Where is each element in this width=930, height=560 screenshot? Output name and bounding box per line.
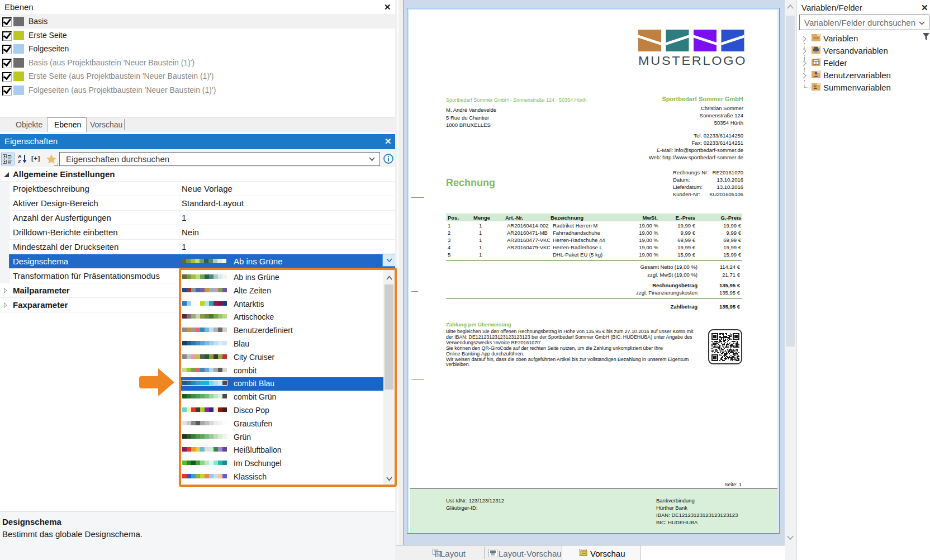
svg-text:Σ: Σ [814,84,817,90]
svg-text:Z: Z [18,159,21,164]
svg-text:<>: <> [813,35,819,40]
